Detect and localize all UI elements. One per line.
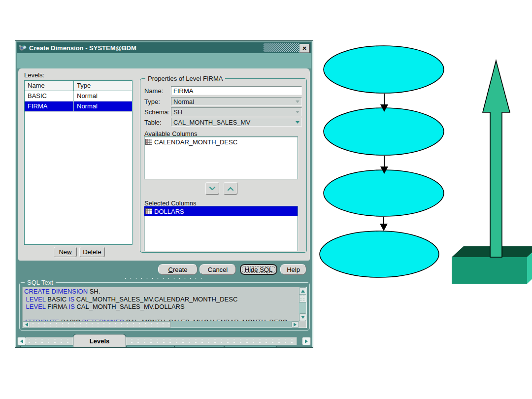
bottom-band: Create Cancel Hide SQL Help SQL Text CRE… — [17, 261, 311, 346]
chevron-down-icon — [209, 186, 216, 191]
sql-segment: BASIC — [46, 296, 68, 303]
levels-table-header: Name Type — [25, 81, 132, 91]
sql-segment: CAL_MONTH_SALES_MV.CALENDAR_MONTH_DESC — [124, 318, 287, 321]
sql-segment — [24, 311, 26, 318]
window-horizontal-scrollbar[interactable] — [17, 337, 311, 345]
vertical-scroll-thumb[interactable] — [299, 294, 306, 302]
table-value: CAL_MONTH_SALES_MV — [173, 119, 294, 126]
cell-level-name: FIRMA — [25, 101, 74, 111]
properties-group-legend: Properties of Level FIRMA — [145, 75, 225, 82]
sql-vertical-scrollbar[interactable] — [299, 287, 306, 321]
sql-segment: LEVEL — [24, 296, 46, 303]
move-down-button[interactable] — [205, 182, 219, 195]
schema-label: Schema: — [144, 108, 169, 116]
scroll-down-button[interactable] — [299, 313, 306, 321]
titlebar-texture — [264, 43, 299, 52]
chevron-down-icon — [296, 100, 299, 103]
hierarchy-ellipse-2 — [324, 108, 444, 155]
sql-segment: IS — [69, 303, 75, 310]
close-button[interactable]: ✕ — [299, 44, 309, 53]
levels-table[interactable]: Name Type BASIC Normal FIRMA Normal — [24, 80, 133, 245]
list-item-selected[interactable]: DOLLARS — [144, 206, 298, 216]
big-up-arrow-icon — [483, 61, 510, 257]
sql-text: CREATE DIMENSION SH. LEVEL BASIC IS CAL_… — [24, 288, 299, 321]
selected-columns-list[interactable]: DOLLARS — [144, 206, 298, 251]
schema-value: SH — [173, 108, 294, 116]
table-label: Table: — [144, 119, 162, 126]
chevron-down-icon — [296, 121, 299, 124]
move-up-button[interactable] — [224, 182, 237, 195]
scroll-right-button[interactable] — [291, 321, 299, 328]
horizontal-scroll-thumb[interactable] — [26, 337, 297, 345]
sql-line: ATTRIBUTE BASIC DETERMINES CAL_MONTH_SAL… — [24, 318, 299, 321]
screen: Create Dimension - SYSTEM@BDM ✕ General … — [0, 0, 532, 399]
arrow-up-icon — [301, 288, 305, 293]
hierarchy-ellipse-4 — [320, 231, 439, 277]
sql-horizontal-scrollbar[interactable] — [23, 321, 299, 328]
sql-text-group: SQL Text CREATE DIMENSION SH. LEVEL BASI… — [19, 282, 310, 331]
column-header-name: Name — [25, 81, 74, 91]
sql-segment: CAL_MONTH_SALES_MV.DOLLARS — [75, 303, 185, 310]
cancel-button[interactable]: Cancel — [200, 264, 236, 275]
sql-segment: BASIC — [59, 318, 82, 321]
available-columns-list[interactable]: CALENDAR_MONTH_DESC — [144, 136, 298, 179]
sql-segment: LEVEL — [24, 303, 46, 310]
sql-line — [24, 311, 299, 319]
titlebar[interactable]: Create Dimension - SYSTEM@BDM ✕ — [17, 42, 311, 53]
big-up-arrow-diagram — [451, 58, 532, 286]
pedestal-front-face — [452, 257, 527, 284]
sql-segment: CAL_MONTH_SALES_MV.CALENDAR_MONTH_DESC — [74, 296, 237, 303]
create-button[interactable]: Create — [158, 264, 198, 275]
list-item[interactable]: CALENDAR_MONTH_DESC — [144, 137, 298, 147]
down-arrow-icon — [380, 217, 388, 231]
cell-level-type: Normal — [74, 101, 132, 111]
tab-band — [17, 53, 311, 68]
properties-group: Properties of Level FIRMA Name: Type: No… — [140, 78, 307, 253]
sql-segment: IS — [68, 296, 74, 303]
focus-ring — [242, 266, 275, 273]
table-column-icon — [145, 208, 152, 214]
table-dropdown[interactable]: CAL_MONTH_SALES_MV — [171, 118, 302, 127]
sql-segment: CREATE DIMENSION — [24, 288, 88, 295]
window-title: Create Dimension - SYSTEM@BDM — [29, 44, 136, 52]
hide-sql-button[interactable]: Hide SQL — [240, 264, 277, 275]
chevron-up-icon — [227, 186, 234, 191]
levels-tab-panel: Levels: Name Type BASIC Normal FIRMA Nor… — [18, 68, 310, 261]
sql-segment: SH. — [88, 288, 100, 295]
schema-dropdown[interactable]: SH — [171, 107, 302, 116]
sql-line: LEVEL BASIC IS CAL_MONTH_SALES_MV.CALEND… — [24, 296, 299, 303]
tab-levels[interactable]: Levels — [73, 334, 126, 347]
arrow-left-icon — [18, 339, 23, 343]
hierarchy-ellipse-1 — [324, 46, 444, 93]
create-dimension-window: Create Dimension - SYSTEM@BDM ✕ General … — [15, 40, 313, 348]
hierarchy-ellipse-3 — [324, 170, 444, 216]
table-row[interactable]: BASIC Normal — [25, 91, 132, 101]
arrow-right-icon — [305, 339, 310, 343]
column-header-type: Type — [74, 81, 132, 91]
sql-segment: FIRMA — [46, 303, 69, 310]
hierarchy-ellipse-diagram — [318, 43, 446, 281]
scroll-right-button[interactable] — [302, 337, 311, 345]
new-button[interactable]: New — [54, 247, 77, 257]
horizontal-scroll-thumb[interactable] — [30, 321, 171, 328]
arrow-down-icon — [301, 316, 305, 321]
sql-line: CREATE DIMENSION SH. — [24, 288, 299, 296]
scroll-left-button[interactable] — [17, 337, 26, 345]
delete-button[interactable]: Delete — [79, 247, 105, 257]
cell-level-type: Normal — [74, 91, 132, 101]
dotted-separator — [123, 277, 204, 280]
type-label: Type: — [144, 98, 160, 105]
table-row-selected[interactable]: FIRMA Normal — [25, 101, 132, 112]
levels-list-label: Levels: — [24, 71, 44, 79]
type-dropdown[interactable]: Normal — [171, 97, 302, 106]
sql-textarea[interactable]: CREATE DIMENSION SH. LEVEL BASIC IS CAL_… — [22, 287, 307, 328]
sql-text-legend: SQL Text — [25, 279, 56, 286]
app-icon — [18, 44, 27, 52]
name-field[interactable] — [171, 86, 302, 95]
help-button[interactable]: Help — [280, 264, 306, 275]
arrow-right-icon — [294, 323, 299, 327]
sql-line: LEVEL FIRMA IS CAL_MONTH_SALES_MV.DOLLAR… — [24, 303, 299, 311]
cell-level-name: BASIC — [25, 91, 74, 101]
tab-label: Levels — [90, 337, 109, 345]
arrow-left-icon — [23, 323, 28, 327]
